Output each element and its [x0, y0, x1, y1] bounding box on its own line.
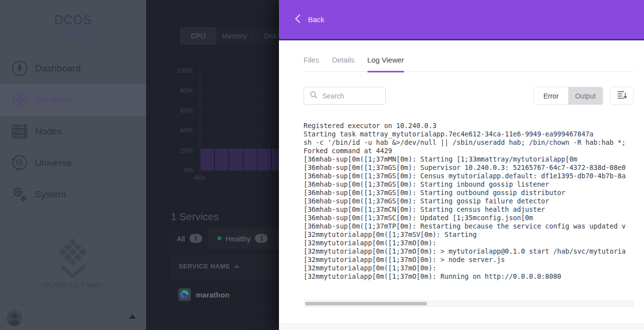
horizontal-scrollbar[interactable]	[304, 300, 634, 307]
modal-footer	[279, 324, 644, 330]
search-icon	[310, 91, 317, 100]
download-log-icon	[617, 90, 627, 101]
scrollbar-thumb[interactable]	[305, 302, 427, 305]
tab-files[interactable]: Files	[304, 51, 319, 71]
app-root: DCOS 10.240.0.2 Dashboard	[0, 0, 644, 330]
search-input[interactable]	[321, 92, 382, 100]
back-label: Back	[308, 15, 324, 24]
detail-tabs: Files Details Log Viewer	[304, 51, 634, 72]
tab-log-viewer[interactable]: Log Viewer	[368, 51, 404, 72]
tab-details[interactable]: Details	[332, 51, 355, 71]
error-log-button[interactable]: Error	[534, 87, 568, 104]
modal-backdrop[interactable]	[0, 0, 279, 330]
task-detail-modal: Back Files Details Log Viewer Error Outp…	[279, 0, 644, 330]
back-button[interactable]: Back	[279, 0, 644, 40]
log-type-toggle: Error Output	[533, 87, 603, 105]
log-output: Registered executor on 10.240.0.3 Starti…	[304, 122, 634, 290]
output-log-button[interactable]: Output	[568, 87, 603, 104]
chevron-left-icon	[295, 14, 301, 25]
download-log-button[interactable]	[610, 87, 634, 105]
log-search	[304, 87, 386, 105]
